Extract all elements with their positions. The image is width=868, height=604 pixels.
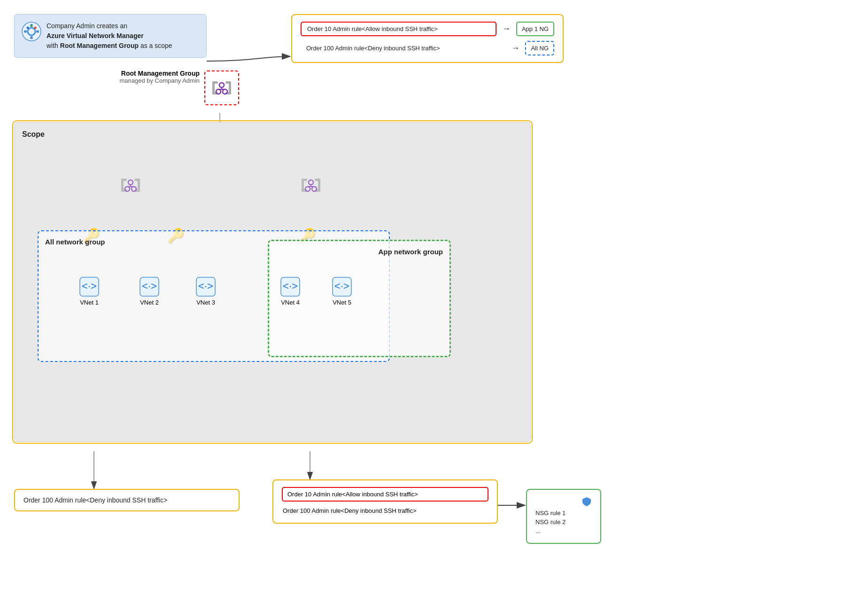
vnet-4-label: VNet 4 <box>281 299 300 306</box>
azure-vnm-icon <box>21 21 42 42</box>
vnet-1-label: VNet 1 <box>80 299 99 306</box>
sub-mg-left-icon <box>119 174 142 196</box>
root-mg-box <box>204 71 239 105</box>
vnet-1-icon: <·> <box>79 276 100 297</box>
vnet-4-icon: <·> <box>280 276 301 297</box>
svg-point-39 <box>223 89 227 94</box>
vnet-3-item: <·> VNet 3 <box>195 276 216 306</box>
svg-text:<·>: <·> <box>283 280 298 292</box>
svg-text:<·>: <·> <box>198 280 213 292</box>
rule-1-badge: App 1 NG <box>516 22 554 36</box>
vnet-2-item: <·> VNet 2 <box>139 276 160 306</box>
svg-text:<·>: <·> <box>334 280 349 292</box>
diagram-container: Company Admin creates an Azure Virtual N… <box>0 0 868 604</box>
sub-mg-left <box>117 172 144 198</box>
root-mg-icon <box>210 77 233 99</box>
vnet-3-label: VNet 3 <box>196 299 215 306</box>
rule-2-arrow: → <box>511 43 519 53</box>
rule-1-text: Order 10 Admin rule<Allow inbound SSH tr… <box>301 22 496 36</box>
rules-panel: Order 10 Admin rule<Allow inbound SSH tr… <box>291 14 564 63</box>
vnet-4-item: <·> VNet 4 <box>280 276 301 306</box>
svg-point-62 <box>305 187 310 191</box>
svg-rect-35 <box>225 81 231 84</box>
bottom-rule-right: Order 10 Admin rule<Allow inbound SSH tr… <box>272 479 498 524</box>
vnet-1-item: <·> VNet 1 <box>79 276 100 306</box>
svg-rect-44 <box>121 179 127 181</box>
svg-point-29 <box>31 25 33 27</box>
bottom-rule-left: Order 100 Admin rule<Deny inbound SSH tr… <box>14 489 240 511</box>
bottom-rule-right-line2: Order 100 Admin rule<Deny inbound SSH tr… <box>282 505 488 516</box>
scope-label: Scope <box>22 130 523 139</box>
rule-1-arrow: → <box>502 24 511 34</box>
svg-rect-27 <box>36 31 39 33</box>
bottom-rule-right-line1: Order 10 Admin rule<Allow inbound SSH tr… <box>282 487 488 502</box>
rule-row-2: Order 100 Admin rule<Deny inbound SSH tr… <box>301 41 554 55</box>
nsg-rule-2: NSG rule 2 <box>535 518 592 526</box>
svg-rect-56 <box>302 179 307 181</box>
svg-point-30 <box>34 27 37 29</box>
svg-point-51 <box>132 187 136 191</box>
svg-point-63 <box>312 187 317 191</box>
nsg-rule-ellipsis: ... <box>535 527 592 534</box>
svg-text:<·>: <·> <box>142 280 157 292</box>
vnet-3-icon: <·> <box>195 276 216 297</box>
nsg-box: NSG rule 1 NSG rule 2 ... <box>526 489 601 544</box>
svg-point-38 <box>216 89 221 94</box>
svg-point-49 <box>128 180 133 185</box>
svg-rect-32 <box>212 81 218 84</box>
vnet-2-label: VNet 2 <box>140 299 159 306</box>
svg-rect-25 <box>31 36 33 39</box>
app-ng-label: App network group <box>379 248 443 256</box>
company-admin-box: Company Admin creates an Azure Virtual N… <box>14 14 207 58</box>
svg-point-28 <box>27 27 29 29</box>
rule-row-1: Order 10 Admin rule<Allow inbound SSH tr… <box>301 22 554 36</box>
nsg-rule-1: NSG rule 1 <box>535 510 592 517</box>
vnet-5-label: VNet 5 <box>333 299 351 306</box>
vnet-5-item: <·> VNet 5 <box>332 276 352 306</box>
root-mg-label: Root Management Group managed by Company… <box>87 70 200 84</box>
svg-point-61 <box>309 180 313 185</box>
azure-shield-icon <box>581 496 592 507</box>
company-admin-text: Company Admin creates an Azure Virtual N… <box>46 21 172 51</box>
svg-rect-59 <box>315 179 320 181</box>
svg-rect-47 <box>134 179 140 181</box>
sub-mg-right <box>298 172 324 198</box>
rule-2-badge: All NG <box>525 41 554 55</box>
svg-point-37 <box>219 83 224 87</box>
rule-2-text: Order 100 Admin rule<Deny inbound SSH tr… <box>301 42 505 55</box>
svg-text:<·>: <·> <box>82 280 97 292</box>
vnet-5-icon: <·> <box>332 276 352 297</box>
svg-rect-26 <box>24 31 27 33</box>
svg-point-50 <box>125 187 130 191</box>
vnet-2-icon: <·> <box>139 276 160 297</box>
sub-mg-right-icon <box>300 174 322 196</box>
